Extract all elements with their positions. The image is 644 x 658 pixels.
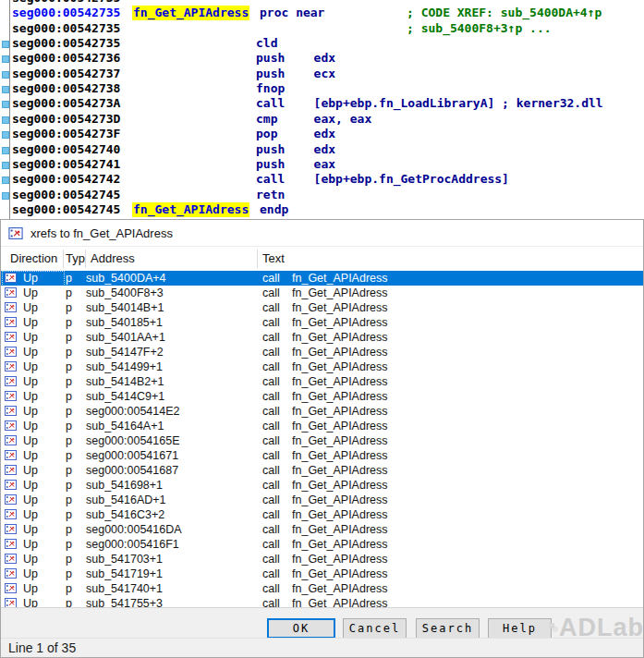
disasm-line[interactable]: seg000:00542741push eax [0, 157, 644, 172]
disasm-comment: ; CODE XREF: sub_5400DA+4↑p [407, 6, 601, 20]
xref-row[interactable]: Uppsub_541703+1callfn_Get_APIAdress [1, 552, 643, 567]
disasm-line[interactable]: seg000:00542737push ecx [0, 67, 644, 81]
xref-row[interactable]: Uppsub_5400F8+3callfn_Get_APIAdress [1, 286, 643, 300]
disasm-line[interactable]: seg000:0054273Fpop edx [0, 127, 644, 141]
xref-row[interactable]: Uppseg000:00541671callfn_Get_APIAdress [1, 448, 643, 463]
xref-address: sub_5416AD+1 [86, 493, 166, 507]
xref-row[interactable]: Uppsub_5416AD+1callfn_Get_APIAdress [1, 493, 643, 507]
disasm-line[interactable]: seg000:00542745retn [0, 188, 644, 202]
disasm-line[interactable]: seg000:00542738fnop [0, 81, 644, 96]
xref-row[interactable]: Uppsub_5400DA+4callfn_Get_APIAdress [1, 271, 643, 286]
xref-list[interactable]: Uppsub_5400DA+4callfn_Get_APIAdress Upps… [1, 270, 643, 607]
disasm-line[interactable]: seg000:00542745fn_Get_APIAdressendp [0, 202, 644, 217]
xref-icon [5, 509, 17, 519]
xref-target: fn_Get_APIAdress [292, 389, 388, 404]
xref-target: fn_Get_APIAdress [292, 271, 388, 286]
nav-mark-icon [2, 192, 9, 200]
xref-row[interactable]: Uppsub_540185+1callfn_Get_APIAdress [1, 315, 643, 330]
xref-row[interactable]: Uppsub_5414B2+1callfn_Get_APIAdress [1, 374, 643, 389]
xref-dialog-icon [8, 227, 23, 239]
xref-row[interactable]: Uppseg000:005414E2callfn_Get_APIAdress [1, 404, 643, 419]
xref-op: call [262, 596, 280, 607]
ida-window: seg000:00542735seg000:00542735fn_Get_API… [0, 0, 644, 658]
xref-target: fn_Get_APIAdress [292, 419, 388, 433]
cancel-button[interactable]: Cancel [343, 618, 407, 639]
search-button[interactable]: Search [416, 618, 480, 639]
nav-mark-icon [2, 162, 9, 169]
disassembly-pane[interactable]: seg000:00542735seg000:00542735fn_Get_API… [0, 0, 644, 219]
dialog-title-bar[interactable]: xrefs to fn_Get_APIAdress [1, 220, 643, 247]
disasm-line[interactable]: seg000:00542742call [ebp+ebp.fn_GetProcA… [0, 172, 644, 187]
disasm-address: seg000:00542745 [12, 202, 120, 217]
column-divider[interactable] [85, 250, 86, 268]
xref-op: call [262, 567, 280, 581]
xref-row[interactable]: Uppsub_541499+1callfn_Get_APIAdress [1, 359, 643, 374]
xref-direction: Up [23, 478, 38, 493]
xref-direction: Up [23, 507, 38, 522]
disasm-line[interactable]: seg000:00542735fn_Get_APIAdressproc near… [0, 6, 644, 20]
xref-row[interactable]: Uppsub_54147F+2callfn_Get_APIAdress [1, 345, 643, 359]
xref-row[interactable]: Uppseg000:00541687callfn_Get_APIAdress [1, 463, 643, 478]
disasm-line[interactable]: seg000:00542735; sub_5400F8+3↑p ... [0, 21, 644, 36]
ok-button[interactable]: OK [267, 618, 335, 639]
xref-direction: Up [23, 374, 38, 389]
xref-direction: Up [23, 286, 38, 300]
xref-target: fn_Get_APIAdress [292, 567, 388, 581]
xref-address: sub_5414C9+1 [86, 389, 164, 404]
xref-address: sub_541740+1 [86, 581, 163, 596]
column-header-type[interactable]: Typ [66, 250, 85, 267]
nav-mark-icon [2, 131, 9, 139]
xref-row[interactable]: Uppsub_541719+1callfn_Get_APIAdress [1, 567, 643, 581]
xref-target: fn_Get_APIAdress [292, 552, 388, 567]
column-header-direction[interactable]: Direction [10, 250, 57, 267]
nav-mark-icon [2, 71, 9, 79]
disasm-code: cld [256, 36, 277, 51]
disasm-line[interactable]: seg000:00542735cld [0, 36, 644, 51]
xref-row[interactable]: Uppsub_541755+3callfn_Get_APIAdress [1, 596, 643, 607]
xref-row[interactable]: Uppseg000:0054165Ecallfn_Get_APIAdress [1, 433, 643, 448]
xref-row[interactable]: Uppsub_5401AA+1callfn_Get_APIAdress [1, 330, 643, 345]
xref-type: p [66, 374, 72, 389]
xref-op: call [262, 448, 280, 463]
xref-row[interactable]: Uppsub_541698+1callfn_Get_APIAdress [1, 478, 643, 493]
disasm-address: seg000:00542742 [12, 172, 120, 187]
xref-direction: Up [23, 463, 38, 478]
xref-target: fn_Get_APIAdress [292, 300, 388, 315]
column-divider[interactable] [257, 250, 258, 268]
xref-type: p [66, 345, 72, 359]
xref-row[interactable]: Uppsub_54164A+1callfn_Get_APIAdress [1, 419, 643, 433]
xref-address: seg000:0054165E [86, 433, 179, 448]
xref-row[interactable]: Uppsub_541740+1callfn_Get_APIAdress [1, 581, 643, 596]
disasm-address: seg000:00542745 [12, 188, 120, 202]
column-divider[interactable] [63, 250, 64, 268]
xref-row[interactable]: Uppseg000:005416DAcallfn_Get_APIAdress [1, 522, 643, 537]
xref-row[interactable]: Uppseg000:005416F1callfn_Get_APIAdress [1, 537, 643, 552]
xref-direction: Up [23, 596, 38, 607]
xref-direction: Up [23, 419, 38, 433]
xref-op: call [262, 271, 280, 286]
disasm-code: call [ebp+ebp.fn_GetProcAddress] [256, 172, 509, 187]
xref-type: p [66, 433, 72, 448]
xref-row[interactable]: Uppsub_5414C9+1callfn_Get_APIAdress [1, 389, 643, 404]
xref-direction: Up [23, 433, 38, 448]
xref-type: p [66, 315, 72, 330]
disasm-code: retn [256, 188, 285, 202]
xref-row[interactable]: Uppsub_54014B+1callfn_Get_APIAdress [1, 300, 643, 315]
nav-mark-icon [2, 116, 9, 124]
xref-op: call [262, 537, 280, 552]
disasm-line[interactable]: seg000:0054273Acall [ebp+ebp.fn_LoadLibr… [0, 96, 644, 111]
xref-target: fn_Get_APIAdress [292, 404, 388, 419]
xref-target: fn_Get_APIAdress [292, 359, 388, 374]
xref-icon [5, 435, 17, 445]
disasm-line[interactable]: seg000:0054273Dcmp eax, eax [0, 112, 644, 127]
xref-row[interactable]: Uppsub_5416C3+2callfn_Get_APIAdress [1, 507, 643, 522]
help-button[interactable]: Help [488, 618, 552, 639]
disasm-line[interactable]: seg000:00542736push edx [0, 51, 644, 66]
disasm-line[interactable]: seg000:00542735 [0, 0, 644, 6]
disasm-line[interactable]: seg000:00542740push edx [0, 142, 644, 157]
xref-address: sub_54014B+1 [86, 300, 164, 315]
column-header-text[interactable]: Text [262, 250, 285, 267]
xref-target: fn_Get_APIAdress [292, 537, 388, 552]
column-header-address[interactable]: Address [91, 250, 135, 267]
disasm-address: seg000:00542735 [12, 6, 120, 20]
